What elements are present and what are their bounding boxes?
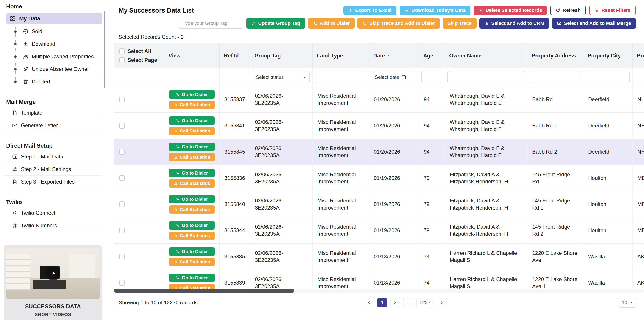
- property-city-link[interactable]: Houlton: [583, 191, 632, 217]
- prev-page-button[interactable]: [364, 298, 374, 308]
- sidebar-item-my-data[interactable]: My Data: [6, 13, 102, 24]
- skip-trace-and-add-to-dialer-button[interactable]: Skip Trace and Add to Dialer: [358, 18, 440, 28]
- call-statistics-button[interactable]: Call Statistics: [169, 100, 214, 109]
- column-header-ref-id[interactable]: Ref Id: [220, 43, 250, 68]
- call-statistics-button[interactable]: Call Statistics: [169, 127, 214, 135]
- column-header-property-city[interactable]: Property City: [583, 43, 632, 68]
- property-city-link[interactable]: Deerfield: [583, 139, 632, 165]
- call-statistics-button[interactable]: Call Statistics: [169, 153, 214, 161]
- download-today-s-data-button[interactable]: Download Today's Data: [400, 6, 470, 15]
- owner-name-link[interactable]: Fitzpatrick, David A & Fitzpatrick-Hende…: [445, 165, 527, 191]
- property-city-link[interactable]: Houlton: [583, 165, 632, 191]
- column-header-date[interactable]: Date: [369, 43, 419, 68]
- property-city-link[interactable]: Wasilla: [583, 270, 632, 289]
- column-header-view[interactable]: View: [164, 43, 220, 68]
- sidebar-item-step-2-mail-settings[interactable]: Step 2 - Mail Settings: [4, 163, 102, 176]
- owner-name-link[interactable]: Harren Richard L & Chapelle Magali S: [445, 270, 527, 289]
- video-card[interactable]: SUCCESSORS DATA SHORT VIDEOS: [4, 245, 102, 320]
- sidebar-item-generate-letter[interactable]: Generate Letter: [4, 119, 102, 132]
- property-address-link[interactable]: 145 Front Ridge Rd 2: [527, 218, 583, 244]
- property-address-link[interactable]: Babb Rd: [527, 86, 583, 112]
- sidebar-item-download[interactable]: Download: [4, 38, 102, 50]
- sidebar-item-deleted[interactable]: Deleted: [4, 76, 102, 88]
- property-city-link[interactable]: Deerfield: [583, 113, 632, 139]
- row-checkbox[interactable]: [119, 202, 125, 207]
- delete-selected-records-button[interactable]: Delete Selected Records: [474, 6, 547, 15]
- property-address-link[interactable]: 1220 E Lake Shore Ave: [527, 244, 583, 270]
- property-address-link[interactable]: 1220 E Lake Shore Ave 1: [527, 270, 583, 289]
- owner-name-link[interactable]: Harren Richard L & Chapelle Magali S: [445, 244, 527, 270]
- owner-name-filter-input[interactable]: [448, 71, 524, 84]
- sidebar-item-unique-absentee-owner[interactable]: Unique Absentee Owner: [4, 63, 102, 76]
- sidebar-item-multiple-owned-properties[interactable]: Multiple Owned Properties: [4, 50, 102, 63]
- go-to-dialer-button[interactable]: Go to Dialer: [169, 116, 214, 125]
- page-size-select[interactable]: 10: [618, 298, 636, 308]
- land-type-filter-input[interactable]: [315, 71, 366, 84]
- group-tag-input[interactable]: [178, 18, 244, 28]
- sidebar-scrollbar[interactable]: [104, 10, 106, 88]
- column-header-age[interactable]: Age: [419, 43, 445, 68]
- page-1-button[interactable]: 1: [377, 298, 387, 308]
- go-to-dialer-button[interactable]: Go to Dialer: [169, 195, 214, 203]
- select-and-add-to-mail-merge-button[interactable]: Select and Add to Mail Merge: [552, 18, 636, 28]
- sidebar-item-template[interactable]: Template: [4, 107, 102, 119]
- call-statistics-button[interactable]: Call Statistics: [169, 205, 214, 214]
- select-and-add-to-crm-button[interactable]: Select and Add to CRM: [479, 18, 549, 28]
- ellipsis-button[interactable]: ...: [403, 298, 413, 308]
- sidebar-item-step-3-exported-files[interactable]: Step 3 - Exported Files: [4, 176, 102, 188]
- owner-name-link[interactable]: Fitzpatrick, David A & Fitzpatrick-Hende…: [445, 191, 527, 217]
- select-all-checkbox[interactable]: [119, 48, 125, 54]
- reset-filters-button[interactable]: Reset Filters: [589, 6, 636, 15]
- play-button[interactable]: [46, 266, 60, 280]
- owner-name-link[interactable]: Whatmough, David E & Whatmough, Harold E: [445, 113, 527, 139]
- add-to-dialer-button[interactable]: Add to Dialer: [308, 18, 355, 28]
- horizontal-scrollbar[interactable]: [114, 289, 644, 293]
- page-2-button[interactable]: 2: [390, 298, 400, 308]
- sidebar-item-twilio-connect[interactable]: Twilio Connect: [4, 207, 102, 220]
- go-to-dialer-button[interactable]: Go to Dialer: [169, 274, 214, 282]
- refresh-button[interactable]: Refresh: [550, 6, 586, 15]
- next-page-button[interactable]: [437, 298, 447, 308]
- status-filter-select[interactable]: Select status: [253, 71, 310, 84]
- property-address-link[interactable]: 145 Front Ridge Rd 1: [527, 191, 583, 217]
- go-to-dialer-button[interactable]: Go to Dialer: [169, 142, 214, 151]
- owner-name-link[interactable]: Whatmough, David E & Whatmough, Harold E: [445, 139, 527, 165]
- horizontal-scrollbar-thumb[interactable]: [114, 289, 294, 293]
- row-checkbox[interactable]: [119, 254, 125, 260]
- video-thumbnail[interactable]: [6, 248, 100, 299]
- property-address-link[interactable]: 145 Front Ridge Rd: [527, 165, 583, 191]
- property-city-link[interactable]: Wasilla: [583, 244, 632, 270]
- sidebar-item-step-1-mail-data[interactable]: Step 1 - Mail Data: [4, 150, 102, 163]
- column-header-owner-name[interactable]: Owner Name: [445, 43, 527, 68]
- row-checkbox[interactable]: [119, 228, 125, 233]
- property-city-filter-input[interactable]: [586, 71, 630, 84]
- go-to-dialer-button[interactable]: Go to Dialer: [169, 169, 214, 177]
- property-address-link[interactable]: Babb Rd 1: [527, 113, 583, 139]
- page-1227-button[interactable]: 1227: [416, 298, 433, 308]
- go-to-dialer-button[interactable]: Go to Dialer: [169, 221, 214, 230]
- property-city-link[interactable]: Deerfield: [583, 86, 632, 112]
- row-checkbox[interactable]: [119, 96, 125, 102]
- column-header-property-address[interactable]: Property Address: [527, 43, 583, 68]
- select-page-checkbox[interactable]: [119, 57, 125, 63]
- sidebar-item-sold[interactable]: Sold: [4, 25, 102, 38]
- call-statistics-button[interactable]: Call Statistics: [169, 284, 214, 289]
- column-header-land-type[interactable]: Land Type: [312, 43, 369, 68]
- property-city-link[interactable]: Houlton: [583, 218, 632, 244]
- go-to-dialer-button[interactable]: Go to Dialer: [169, 247, 214, 256]
- age-filter-input[interactable]: [422, 71, 442, 84]
- date-filter-select[interactable]: Select date: [372, 71, 416, 84]
- column-header-group-tag[interactable]: Group Tag: [250, 43, 312, 68]
- property-address-link[interactable]: Babb Rd 2: [527, 139, 583, 165]
- row-checkbox[interactable]: [119, 123, 125, 128]
- go-to-dialer-button[interactable]: Go to Dialer: [169, 90, 214, 98]
- owner-name-link[interactable]: Fitzpatrick, David A & Fitzpatrick-Hende…: [445, 218, 527, 244]
- row-checkbox[interactable]: [119, 280, 125, 286]
- property-address-filter-input[interactable]: [530, 71, 580, 84]
- column-header-property-state[interactable]: Property State: [632, 43, 644, 68]
- call-statistics-button[interactable]: Call Statistics: [169, 232, 214, 240]
- row-checkbox[interactable]: [119, 149, 125, 155]
- call-statistics-button[interactable]: Call Statistics: [169, 179, 214, 188]
- update-group-tag-button[interactable]: Update Group Tag: [246, 18, 305, 28]
- owner-name-link[interactable]: Whatmough, David E & Whatmough, Harold E: [445, 86, 527, 112]
